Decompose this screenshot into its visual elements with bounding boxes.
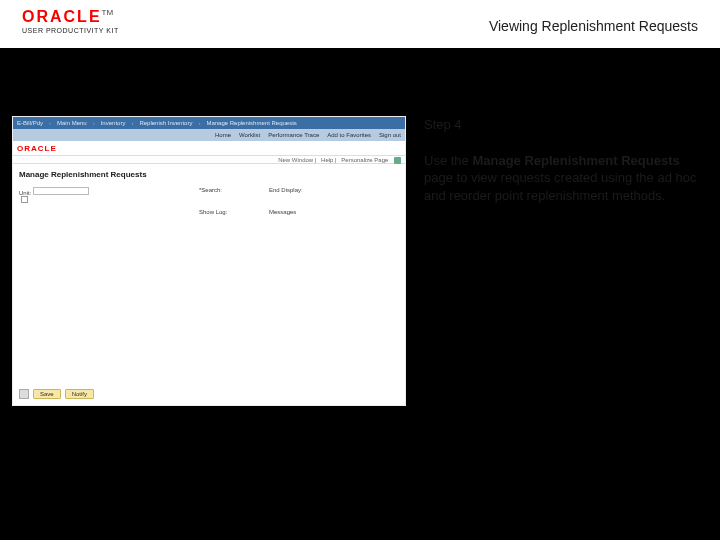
messages-label: Messages <box>269 209 296 215</box>
instruction-bold: Manage Replenishment Requests <box>472 153 679 168</box>
app-subbar: New Window | Help | Personalize Page <box>13 155 405 164</box>
page-title: Viewing Replenishment Requests <box>489 18 698 34</box>
trademark: TM <box>102 8 114 17</box>
breadcrumb-bar: E-Bill/Pdy› Main Menu› Inventory› Replen… <box>13 117 405 129</box>
subbar-link: Help <box>321 157 333 163</box>
nav-link: Home <box>215 132 231 138</box>
step-label: Step 4 <box>424 116 698 134</box>
enddt-label: End Display: <box>269 187 303 193</box>
subbar-link: New Window <box>278 157 313 163</box>
nav-link: Add to Favorites <box>327 132 371 138</box>
nav-link: Performance Trace <box>268 132 319 138</box>
oracle-wordmark: ORACLE <box>22 8 102 25</box>
breadcrumb-item: Main Menu <box>57 120 87 126</box>
subbar-link: Personalize Page <box>341 157 388 163</box>
app-nav-bar: . Home Worklist Performance Trace Add to… <box>13 129 405 141</box>
breadcrumb-item: Manage Replenishment Requests <box>206 120 296 126</box>
app-oracle-logo: ORACLE <box>17 144 57 153</box>
slide-header: ORACLETM USER PRODUCTIVITY KIT Viewing R… <box>0 0 720 48</box>
search-label: *Search: <box>199 187 222 193</box>
product-line: USER PRODUCTIVITY KIT <box>22 27 162 34</box>
breadcrumb-item: Replenish Inventory <box>139 120 192 126</box>
oracle-logo: ORACLETM USER PRODUCTIVITY KIT <box>22 8 162 34</box>
instruction-text: Use the Manage Replenishment Requests pa… <box>424 152 698 205</box>
app-body: Manage Replenishment Requests Unit: *Sea… <box>13 164 405 221</box>
notify-button: Notify <box>65 389 94 399</box>
save-button: Save <box>33 389 61 399</box>
app-action-buttons: Save Notify <box>19 389 94 399</box>
lookup-icon <box>21 196 28 203</box>
help-icon <box>394 157 401 164</box>
showlog-label: Show Log: <box>199 209 227 215</box>
app-logo-row: ORACLE <box>13 141 405 155</box>
nav-link: Worklist <box>239 132 260 138</box>
search-fields: Unit: *Search: End Display: Show Log: Me… <box>19 187 399 215</box>
disk-icon <box>19 389 29 399</box>
unit-input <box>33 187 89 195</box>
app-screenshot-thumbnail: E-Bill/Pdy› Main Menu› Inventory› Replen… <box>12 116 406 406</box>
breadcrumb-item: E-Bill/Pdy <box>17 120 43 126</box>
content-row: E-Bill/Pdy› Main Menu› Inventory› Replen… <box>12 116 708 406</box>
app-page-heading: Manage Replenishment Requests <box>19 170 399 179</box>
instruction-panel: Step 4 Use the Manage Replenishment Requ… <box>424 116 698 406</box>
breadcrumb-item: Inventory <box>101 120 126 126</box>
nav-link: Sign out <box>379 132 401 138</box>
